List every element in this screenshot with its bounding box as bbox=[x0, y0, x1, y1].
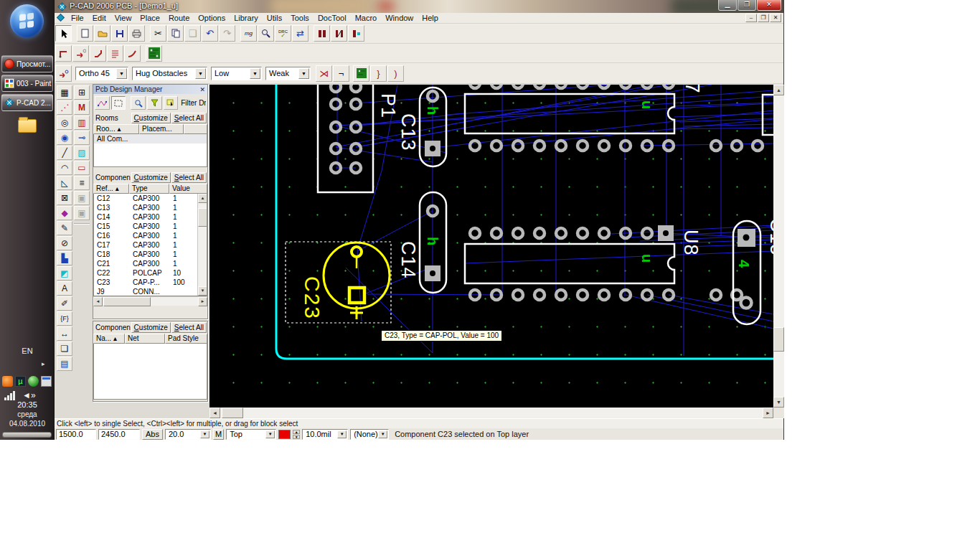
pcad-taskbar-button[interactable]: P-CAD 2... bbox=[1, 94, 53, 111]
via-style-combo[interactable]: (None)▼ bbox=[350, 429, 389, 440]
select-tool-button[interactable] bbox=[55, 25, 72, 42]
close-button[interactable]: ✕ bbox=[757, 0, 781, 11]
macro-record-button[interactable]: M bbox=[213, 429, 224, 440]
pads-customize-button[interactable]: Customize bbox=[131, 322, 171, 333]
menu-doctool[interactable]: DocTool bbox=[314, 14, 351, 22]
window-tray-icon[interactable] bbox=[41, 376, 52, 387]
place-connection-button[interactable]: ⋰ bbox=[57, 100, 72, 115]
route-interactive-button[interactable] bbox=[72, 45, 89, 62]
pads-column-net[interactable]: Net bbox=[125, 334, 165, 344]
place-attribute-button[interactable]: ✐ bbox=[57, 296, 72, 311]
panel-zoom-button[interactable] bbox=[131, 96, 146, 110]
critical-net-button[interactable]: ⋊ bbox=[316, 65, 332, 82]
place-arc-button[interactable]: ◠ bbox=[57, 161, 72, 175]
component-row[interactable]: C17CAP3001 bbox=[94, 240, 207, 250]
layer-combo[interactable]: Top▼ bbox=[226, 429, 276, 440]
place-cutout-button[interactable]: ✎ bbox=[57, 221, 72, 235]
pattern-view-button[interactable]: ▥ bbox=[74, 116, 90, 130]
maximize-button[interactable]: ❐ bbox=[738, 0, 756, 11]
canvas-horizontal-scrollbar[interactable]: ◄ ► bbox=[209, 408, 773, 418]
mdi-minimize-button[interactable]: – bbox=[745, 14, 757, 22]
open-button[interactable] bbox=[94, 25, 110, 42]
list-view-button[interactable]: ≡ bbox=[74, 176, 90, 190]
menu-library[interactable]: Library bbox=[230, 14, 263, 22]
autoroute-board-button[interactable] bbox=[353, 65, 369, 82]
mdi-document-icon[interactable] bbox=[55, 14, 67, 23]
show-desktop-button[interactable] bbox=[2, 432, 52, 438]
hug-mode-combo[interactable]: Hug Obstacles▼ bbox=[132, 67, 207, 80]
redo-button[interactable]: ↷ bbox=[219, 25, 235, 42]
minimize-button[interactable]: ▁ bbox=[718, 0, 737, 11]
component-row[interactable]: J9CONN... bbox=[94, 287, 207, 296]
grid-toggle-button[interactable]: ⊞ bbox=[74, 85, 90, 100]
component-p1-outline[interactable] bbox=[318, 85, 373, 192]
route-multi-trace-button[interactable] bbox=[124, 45, 141, 62]
component-u8-outline[interactable] bbox=[465, 244, 674, 283]
net-bias-button[interactable]: ⇄ bbox=[292, 25, 308, 42]
download-manager-tray-icon[interactable] bbox=[2, 376, 13, 387]
ortho-mode-combo[interactable]: Ortho 45▼ bbox=[75, 67, 128, 80]
pads-column-padstyle[interactable]: Pad Style bbox=[165, 334, 207, 344]
place-point-button[interactable]: ⊠ bbox=[57, 191, 72, 205]
menu-file[interactable]: File bbox=[67, 14, 88, 22]
panel-titlebar[interactable]: Pcb Design Manager ✕ bbox=[93, 85, 207, 94]
components-horizontal-scrollbar[interactable]: ◄ ► bbox=[93, 296, 207, 306]
save-button[interactable] bbox=[111, 25, 128, 42]
components-vertical-scrollbar[interactable]: ▲ ▼ bbox=[197, 194, 207, 296]
component-row[interactable]: C23CAP-P...100 bbox=[94, 278, 207, 287]
route-bus-button[interactable] bbox=[107, 45, 123, 62]
y-coordinate-field[interactable]: 2450.0 bbox=[98, 429, 140, 440]
layer-view-button-2[interactable] bbox=[331, 25, 347, 42]
rooms-column-placement[interactable]: Placem... bbox=[139, 124, 184, 134]
menu-help[interactable]: Help bbox=[418, 14, 443, 22]
mdi-close-button[interactable]: ✕ bbox=[770, 14, 781, 22]
route-mode-button[interactable]: M bbox=[74, 100, 90, 115]
components-select-all-button[interactable]: Select All bbox=[171, 172, 207, 183]
layer-view-button-3[interactable] bbox=[348, 25, 364, 42]
components-column-type[interactable]: Type bbox=[129, 184, 169, 194]
antivirus-tray-icon[interactable] bbox=[28, 376, 39, 387]
zoom-window-button[interactable] bbox=[258, 25, 274, 42]
grid-spacing-combo[interactable]: 20.0▼ bbox=[165, 429, 211, 440]
place-via-button[interactable]: ◉ bbox=[57, 131, 72, 145]
place-dimension-button[interactable]: ↔ bbox=[57, 326, 72, 341]
volume-tray-icon[interactable]: ◄» bbox=[22, 390, 36, 400]
components-column-value[interactable]: Value bbox=[169, 184, 207, 194]
place-component-button[interactable]: ▦ bbox=[57, 85, 72, 100]
menu-macro[interactable]: Macro bbox=[351, 14, 382, 22]
panel-close-icon[interactable]: ✕ bbox=[199, 86, 205, 93]
language-indicator[interactable]: EN bbox=[0, 347, 55, 355]
line-width-combo[interactable]: 10.0mil▼ bbox=[302, 429, 348, 440]
component-partial-outline[interactable] bbox=[763, 95, 773, 135]
corner-mode-button[interactable]: ¬ bbox=[333, 65, 349, 82]
menu-route[interactable]: Route bbox=[164, 14, 194, 22]
menu-edit[interactable]: Edit bbox=[88, 14, 110, 22]
pcb-canvas[interactable]: C23 P1 C13 C14 U7 U8 C15 h h u u 4 bbox=[209, 85, 773, 408]
new-button[interactable] bbox=[77, 25, 93, 42]
utorrent-tray-icon[interactable]: µ bbox=[15, 376, 26, 387]
component-row[interactable]: C15CAP3001 bbox=[94, 222, 207, 231]
layer-spinner[interactable]: ▲▼ bbox=[293, 430, 300, 439]
route-miter-button[interactable] bbox=[90, 45, 106, 62]
menu-utils[interactable]: Utils bbox=[263, 14, 286, 22]
fanout-button[interactable]: ⊸ bbox=[74, 131, 90, 145]
rooms-column-room[interactable]: Roo... ▴ bbox=[93, 124, 139, 134]
place-plane-button[interactable]: ▙ bbox=[57, 251, 72, 265]
mdi-restore-button[interactable]: ❐ bbox=[758, 14, 769, 22]
select-mode-button[interactable] bbox=[111, 96, 126, 110]
component-row[interactable]: C14CAP3001 bbox=[94, 212, 207, 222]
print-button[interactable] bbox=[128, 25, 145, 42]
menu-place[interactable]: Place bbox=[136, 14, 164, 22]
quick-launch-folder-icon[interactable] bbox=[18, 119, 37, 133]
filter-select-button[interactable] bbox=[164, 96, 179, 110]
rooms-select-all-button[interactable]: Select All bbox=[171, 113, 207, 123]
place-table-button[interactable]: ▤ bbox=[57, 357, 72, 371]
place-detail-button[interactable]: ❏ bbox=[57, 342, 72, 356]
menu-options[interactable]: Options bbox=[194, 14, 230, 22]
picture-view-button[interactable]: ▨ bbox=[74, 146, 90, 160]
nets-mode-button[interactable] bbox=[95, 96, 110, 110]
component-c23-selected[interactable]: C23 bbox=[286, 242, 391, 323]
cut-button[interactable]: ✂ bbox=[150, 25, 166, 42]
start-button[interactable] bbox=[10, 4, 44, 38]
menu-tools[interactable]: Tools bbox=[286, 14, 314, 22]
